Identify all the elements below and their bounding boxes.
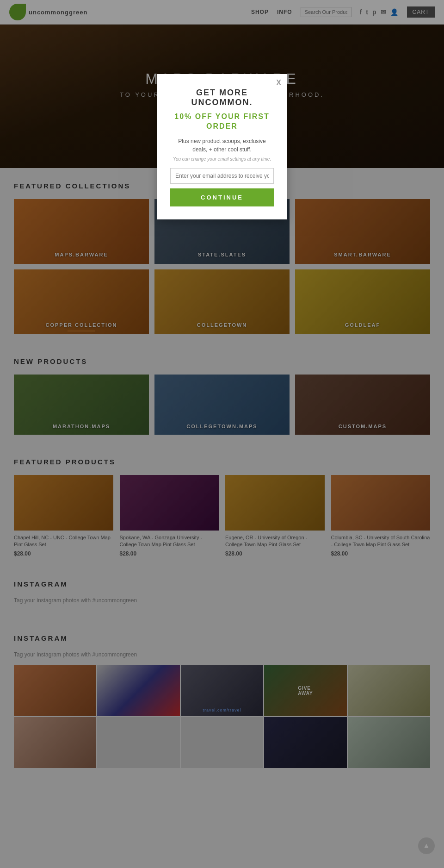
modal-discount-text: 10% OFF YOUR FIRST ORDER bbox=[170, 112, 274, 131]
modal-description: Plus new product scoops, exclusive deals… bbox=[170, 137, 274, 154]
modal-overlay: X GET MORE UNCOMMON. 10% OFF YOUR FIRST … bbox=[0, 0, 444, 777]
email-input[interactable] bbox=[170, 168, 274, 184]
continue-button[interactable]: CONTINUE bbox=[170, 188, 274, 206]
modal-close-button[interactable]: X bbox=[276, 79, 281, 87]
email-signup-modal: X GET MORE UNCOMMON. 10% OFF YOUR FIRST … bbox=[157, 74, 287, 219]
modal-fine-print: You can change your email settings at an… bbox=[170, 156, 274, 162]
modal-title: GET MORE UNCOMMON. bbox=[170, 88, 274, 107]
